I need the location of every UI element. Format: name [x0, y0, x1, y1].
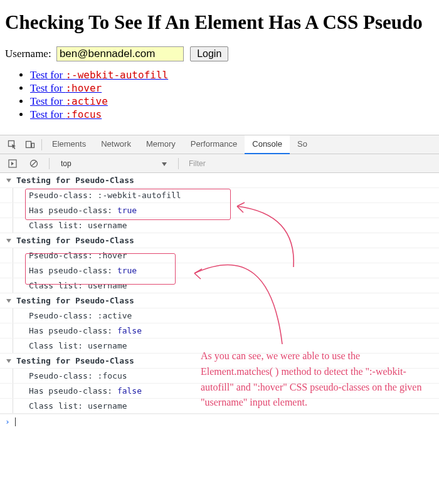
- test-link-active[interactable]: Test for :active: [30, 95, 108, 107]
- username-input[interactable]: [56, 46, 184, 61]
- console-row: Has pseudo-class: false: [0, 323, 439, 338]
- test-link-prefix: Test for: [30, 69, 65, 81]
- test-list: Test for :-webkit-autofill Test for :hov…: [5, 69, 434, 121]
- login-button[interactable]: Login: [190, 46, 228, 61]
- svg-line-5: [31, 161, 36, 166]
- tab-memory[interactable]: Memory: [139, 135, 183, 154]
- console-group: Testing for Pseudo-Class Pseudo-class: :…: [0, 293, 439, 354]
- execute-icon[interactable]: [4, 155, 21, 172]
- row-label: Pseudo-class:: [29, 251, 93, 260]
- row-value: :hover: [98, 251, 127, 260]
- console-row: Pseudo-class: :hover: [0, 248, 439, 263]
- console-group: Testing for Pseudo-Class Pseudo-class: :…: [0, 233, 439, 293]
- chevron-down-icon: [162, 159, 167, 168]
- test-link-autofill[interactable]: Test for :-webkit-autofill: [30, 69, 168, 81]
- list-item: Test for :active: [30, 95, 434, 108]
- group-title: Testing for Pseudo-Class: [16, 296, 134, 305]
- login-form: Username: Login: [5, 46, 434, 61]
- row-value: false: [117, 386, 142, 396]
- row-label: Pseudo-class:: [29, 311, 93, 320]
- context-select[interactable]: top: [56, 157, 172, 171]
- row-label: Class list:: [29, 281, 83, 290]
- device-toggle-icon[interactable]: [21, 136, 39, 154]
- console-group-header[interactable]: Testing for Pseudo-Class: [0, 173, 439, 187]
- console-row: Has pseudo-class: true: [0, 263, 439, 278]
- inspect-icon[interactable]: [4, 136, 21, 154]
- prompt-caret-icon: ›: [5, 417, 10, 426]
- console-row: Pseudo-class: :-webkit-autofill: [0, 187, 439, 202]
- console-row: Pseudo-class: :active: [0, 308, 439, 323]
- pseudo-keyword: :active: [65, 95, 107, 107]
- row-label: Class list:: [29, 401, 83, 411]
- filter-input[interactable]: [185, 158, 323, 169]
- pseudo-keyword: :-webkit-autofill: [65, 69, 168, 81]
- tab-sources[interactable]: So: [290, 135, 315, 154]
- row-value: true: [117, 206, 137, 215]
- text-cursor: [15, 417, 16, 426]
- tab-console[interactable]: Console: [245, 135, 290, 154]
- row-value: :-webkit-autofill: [98, 191, 181, 200]
- test-link-prefix: Test for: [30, 108, 65, 120]
- row-label: Pseudo-class:: [29, 371, 93, 381]
- annotation-text: As you can see, we were able to use the …: [201, 349, 426, 411]
- list-item: Test for :focus: [30, 108, 434, 121]
- username-label: Username:: [5, 48, 51, 60]
- disclosure-triangle-icon: [6, 179, 11, 182]
- row-value: username: [88, 221, 127, 230]
- context-value: top: [61, 159, 71, 168]
- row-label: Class list:: [29, 221, 83, 230]
- row-value: :active: [98, 311, 132, 320]
- row-label: Class list:: [29, 341, 83, 350]
- svg-rect-1: [26, 141, 31, 147]
- row-value: :focus: [98, 371, 127, 381]
- pseudo-keyword: :hover: [65, 82, 102, 94]
- devtools-tabbar: Elements Network Memory Performance Cons…: [0, 135, 439, 154]
- disclosure-triangle-icon: [6, 239, 11, 243]
- row-value: username: [88, 341, 127, 350]
- console-toolbar: top: [0, 154, 439, 173]
- svg-rect-2: [32, 143, 34, 147]
- console-row: Class list: username: [0, 278, 439, 293]
- divider: [41, 139, 42, 150]
- list-item: Test for :-webkit-autofill: [30, 69, 434, 81]
- console-group-header[interactable]: Testing for Pseudo-Class: [0, 293, 439, 308]
- console-group-header[interactable]: Testing for Pseudo-Class: [0, 233, 439, 248]
- row-label: Has pseudo-class:: [29, 386, 112, 396]
- row-value: username: [88, 401, 127, 411]
- pseudo-keyword: :focus: [65, 108, 102, 120]
- divider: [178, 158, 179, 169]
- row-label: Has pseudo-class:: [29, 326, 112, 335]
- disclosure-triangle-icon: [6, 299, 11, 303]
- disclosure-triangle-icon: [6, 359, 11, 363]
- tab-network[interactable]: Network: [93, 135, 139, 154]
- test-link-prefix: Test for: [30, 95, 65, 107]
- list-item: Test for :hover: [30, 82, 434, 95]
- row-value: username: [88, 281, 127, 290]
- tab-performance[interactable]: Performance: [183, 135, 245, 154]
- test-link-hover[interactable]: Test for :hover: [30, 82, 102, 94]
- group-title: Testing for Pseudo-Class: [16, 356, 134, 365]
- group-title: Testing for Pseudo-Class: [16, 236, 134, 245]
- row-value: true: [117, 266, 137, 275]
- test-link-prefix: Test for: [30, 82, 65, 94]
- test-link-focus[interactable]: Test for :focus: [30, 108, 102, 120]
- row-label: Has pseudo-class:: [29, 266, 112, 275]
- devtools-panel: Elements Network Memory Performance Cons…: [0, 135, 439, 431]
- row-value: false: [117, 326, 142, 335]
- console-group: Testing for Pseudo-Class Pseudo-class: :…: [0, 173, 439, 233]
- console-output: Testing for Pseudo-Class Pseudo-class: :…: [0, 173, 439, 431]
- row-label: Has pseudo-class:: [29, 206, 112, 215]
- console-row: Has pseudo-class: true: [0, 202, 439, 218]
- row-label: Pseudo-class:: [29, 191, 93, 200]
- group-title: Testing for Pseudo-Class: [16, 176, 134, 185]
- clear-console-icon[interactable]: [25, 155, 43, 172]
- tab-elements[interactable]: Elements: [45, 135, 93, 154]
- page-title: Checking To See If An Element Has A CSS …: [5, 11, 434, 34]
- divider: [49, 158, 50, 169]
- console-prompt[interactable]: ›: [0, 414, 439, 429]
- console-row: Class list: username: [0, 218, 439, 233]
